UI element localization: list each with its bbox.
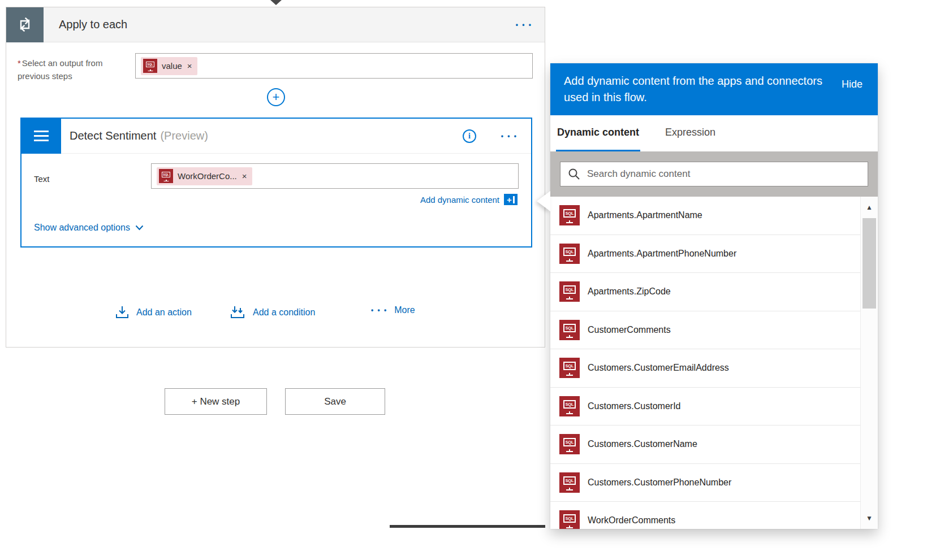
dynamic-content-list: SQL Apartments.ApartmentName SQL Apartme… [550,197,860,529]
detect-sentiment-title: Detect Sentiment [70,129,156,142]
search-band [550,151,878,197]
token-close-icon[interactable]: × [187,61,192,71]
more-actions-button[interactable]: • • • More [371,305,415,315]
preview-label: (Preview) [160,129,208,142]
apply-to-each-menu-button[interactable]: • • • [516,21,532,29]
list-item[interactable]: SQL Customers.CustomerPhoneNumber [550,464,860,502]
new-step-button[interactable]: + New step [165,388,267,415]
sql-connector-icon: SQL [559,205,580,225]
sql-connector-icon: SQL [559,281,580,302]
tab-dynamic-content[interactable]: Dynamic content [556,115,640,151]
sql-connector-icon: SQL [559,244,580,264]
list-item[interactable]: SQL Apartments.ApartmentName [550,197,860,235]
apply-to-each-title: Apply to each [59,18,127,31]
more-dots-icon: • • • [371,306,387,314]
add-an-action-button[interactable]: Add an action [115,305,192,320]
show-advanced-options-link[interactable]: Show advanced options [34,223,144,233]
panel-tabs: Dynamic content Expression [550,115,878,151]
list-item[interactable]: SQL Customers.CustomerEmailAddress [550,349,860,388]
loop-icon [6,7,44,42]
chevron-down-icon [135,225,144,231]
add-condition-icon [229,305,246,320]
list-item[interactable]: SQL Apartments.ZipCode [550,273,860,311]
detect-sentiment-header[interactable]: Detect Sentiment (Preview) i • • • [21,119,531,154]
detect-sentiment-card: Detect Sentiment (Preview) i • • • Text … [20,118,532,248]
connector-caret-icon [270,0,282,5]
text-field-label: Text [34,174,50,184]
flow-designer: Apply to each • • • *Select an output fr… [0,0,940,560]
sql-connector-icon: SQL [559,396,580,416]
list-item[interactable]: SQL CustomerComments [550,311,860,350]
add-action-icon [115,305,130,320]
sql-connector-icon: SQL [159,169,173,183]
select-output-label: *Select an output from previous steps [18,57,113,83]
list-item[interactable]: SQL WorkOrderComments [550,502,860,529]
value-token[interactable]: SQL value × [141,57,197,75]
sql-connector-icon: SQL [559,472,580,493]
apply-to-each-header[interactable]: Apply to each • • • [6,7,545,42]
save-button[interactable]: Save [285,388,385,415]
list-item[interactable]: SQL Apartments.ApartmentPhoneNumber [550,235,860,274]
hamburger-icon [21,119,61,154]
add-dynamic-content-link[interactable]: Add dynamic content + [420,194,518,205]
horizontal-scrollbar-thumb[interactable] [390,525,545,528]
vertical-scrollbar[interactable]: ▲ ▼ [860,197,878,529]
token-label: WorkOrderCo... [178,171,237,181]
token-label: value [162,61,182,71]
search-icon [568,168,580,180]
hide-button[interactable]: Hide [842,76,863,93]
detect-sentiment-menu-button[interactable]: • • • [501,132,518,140]
sql-connector-icon: SQL [559,358,580,378]
sql-connector-icon: SQL [559,510,580,529]
search-input[interactable] [587,168,860,180]
list-item[interactable]: SQL Customers.CustomerName [550,426,860,464]
select-output-input[interactable]: SQL value × [135,53,533,79]
sql-connector-icon: SQL [559,434,580,454]
tab-expression[interactable]: Expression [664,115,717,151]
apply-to-each-card: Apply to each • • • *Select an output fr… [6,7,545,348]
scrollbar-thumb[interactable] [863,218,876,309]
dynamic-content-icon[interactable]: + [504,194,518,205]
info-icon[interactable]: i [463,129,476,143]
search-box[interactable] [560,162,868,186]
workorder-token[interactable]: SQL WorkOrderCo... × [157,167,252,185]
dynamic-content-panel: Add dynamic content from the apps and co… [550,63,878,529]
required-asterisk: * [18,58,21,68]
list-item[interactable]: SQL Customers.CustomerId [550,388,860,426]
sql-connector-icon: SQL [143,59,157,73]
panel-header: Add dynamic content from the apps and co… [550,63,878,115]
scroll-down-button[interactable]: ▼ [861,509,878,528]
flyout-beak [537,191,550,211]
insert-step-button[interactable]: + [267,88,285,106]
scroll-up-button[interactable]: ▲ [861,198,878,217]
token-close-icon[interactable]: × [242,171,247,181]
text-input[interactable]: SQL WorkOrderCo... × [151,163,519,189]
sql-connector-icon: SQL [559,320,580,340]
add-a-condition-button[interactable]: Add a condition [229,305,315,320]
